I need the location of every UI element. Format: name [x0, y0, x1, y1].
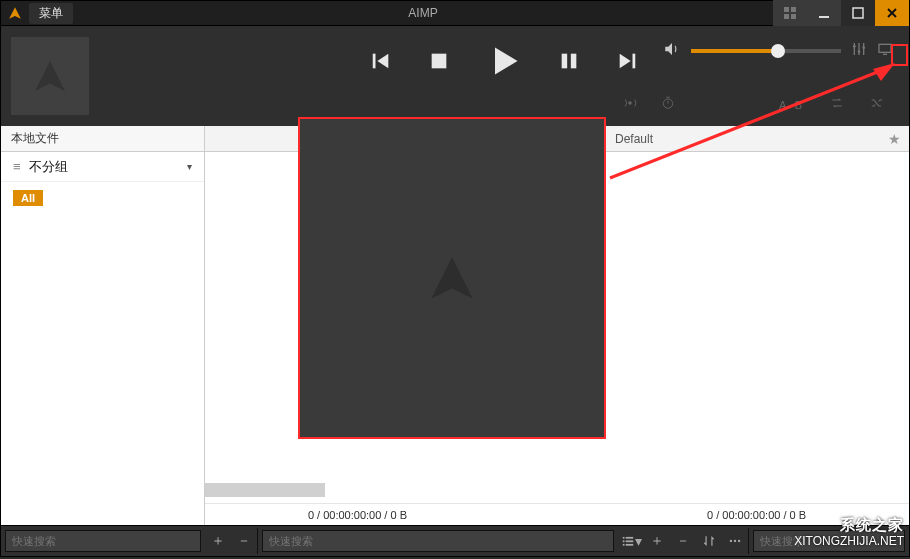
status-left: 0 / 00:00:00:00 / 0 B: [308, 509, 407, 521]
library-search[interactable]: [5, 530, 201, 552]
playlist-search[interactable]: [262, 530, 614, 552]
stop-button[interactable]: [428, 50, 450, 72]
footer-search-3[interactable]: [753, 530, 905, 552]
svg-point-31: [730, 540, 732, 542]
album-art-placeholder: [11, 37, 89, 115]
svg-rect-9: [432, 54, 447, 69]
svg-rect-8: [373, 54, 376, 69]
playlist-panel: Default ★ 0 / 00:00:00:00 / 0 B 0 / 00:0…: [205, 126, 909, 525]
shuffle-icon[interactable]: [869, 96, 885, 114]
svg-rect-27: [622, 540, 624, 542]
svg-point-21: [628, 101, 632, 105]
window-title: AIMP: [73, 6, 773, 20]
titlebar: 菜单 AIMP: [0, 0, 910, 26]
status-right: 0 / 00:00:00:00 / 0 B: [707, 509, 806, 521]
svg-rect-12: [633, 54, 636, 69]
add-button[interactable]: ＋: [205, 528, 231, 554]
library-panel: 本地文件 ≡ 不分组 ▾ All: [1, 126, 205, 525]
library-search-input[interactable]: [12, 535, 194, 547]
svg-rect-30: [625, 544, 633, 546]
group-label: 不分组: [29, 158, 68, 176]
svg-point-18: [862, 46, 865, 49]
svg-rect-19: [879, 44, 891, 52]
ab-repeat-label[interactable]: A B: [779, 99, 805, 111]
svg-rect-29: [622, 544, 624, 546]
minimize-button[interactable]: [807, 0, 841, 26]
svg-rect-25: [622, 537, 624, 539]
main-area: 本地文件 ≡ 不分组 ▾ All Default ★ 0 / 00:00:00:…: [0, 126, 910, 526]
sort-icon[interactable]: [696, 528, 722, 554]
favorite-icon[interactable]: ★: [888, 131, 901, 147]
svg-rect-28: [625, 540, 633, 542]
next-button[interactable]: [616, 50, 638, 72]
compact-view-icon[interactable]: [773, 0, 807, 26]
status-row: 0 / 00:00:00:00 / 0 B 0 / 00:00:00:00 / …: [205, 503, 909, 525]
svg-rect-10: [562, 54, 568, 69]
filter-all-chip[interactable]: All: [13, 190, 43, 206]
svg-rect-20: [883, 54, 887, 55]
playlist-add-button[interactable]: ＋: [644, 528, 670, 554]
menu-button[interactable]: 菜单: [29, 3, 73, 24]
volume-icon[interactable]: [663, 40, 681, 62]
svg-rect-4: [819, 16, 829, 18]
list-icon: ≡: [13, 159, 21, 174]
pause-button[interactable]: [558, 50, 580, 72]
chevron-down-icon: ▾: [187, 161, 192, 172]
playlist-tab[interactable]: Default: [615, 132, 653, 146]
svg-rect-26: [625, 537, 633, 539]
svg-rect-1: [791, 7, 796, 12]
remove-button[interactable]: －: [231, 528, 257, 554]
footer-bar: ＋ － ▾ ＋ －: [0, 526, 910, 557]
svg-rect-5: [853, 8, 863, 18]
player-panel: A B: [0, 26, 910, 126]
svg-rect-11: [571, 54, 577, 69]
app-logo-icon: [7, 5, 23, 21]
library-list[interactable]: [1, 214, 204, 525]
svg-rect-0: [784, 7, 789, 12]
horizontal-scrollbar[interactable]: [205, 483, 325, 497]
more-icon[interactable]: [722, 528, 748, 554]
radio-icon[interactable]: [623, 96, 637, 114]
svg-rect-2: [784, 14, 789, 19]
timer-icon[interactable]: [661, 96, 675, 114]
close-button[interactable]: [875, 0, 909, 26]
svg-point-33: [738, 540, 740, 542]
volume-slider[interactable]: [691, 49, 841, 53]
svg-point-16: [853, 45, 856, 48]
group-selector[interactable]: ≡ 不分组 ▾: [1, 152, 204, 182]
svg-point-17: [858, 50, 861, 53]
playlist-remove-button[interactable]: －: [670, 528, 696, 554]
view-list-icon[interactable]: ▾: [618, 528, 644, 554]
svg-point-32: [734, 540, 736, 542]
previous-button[interactable]: [370, 50, 392, 72]
footer-search-3-input[interactable]: [760, 535, 898, 547]
visualization-icon[interactable]: [877, 41, 893, 61]
svg-rect-3: [791, 14, 796, 19]
playlist-search-input[interactable]: [269, 535, 607, 547]
equalizer-icon[interactable]: [851, 41, 867, 61]
maximize-button[interactable]: [841, 0, 875, 26]
play-button[interactable]: [486, 43, 522, 79]
library-tab[interactable]: 本地文件: [1, 126, 204, 152]
playlist-body[interactable]: [205, 152, 909, 503]
repeat-icon[interactable]: [829, 96, 845, 114]
